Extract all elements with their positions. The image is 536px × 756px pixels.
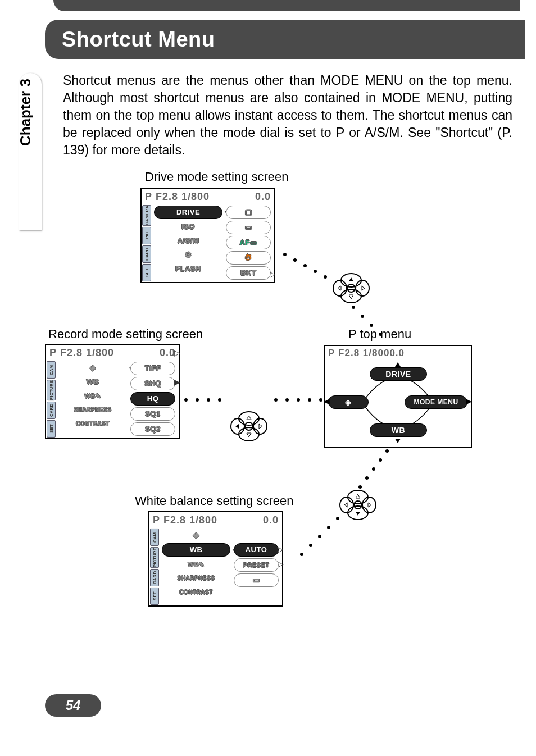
page-corner-tab — [53, 0, 520, 11]
top-drive-button[interactable]: DRIVE — [370, 367, 427, 381]
svg-marker-19 — [395, 439, 401, 443]
menu-sharpness[interactable]: SHARPNESS — [162, 572, 230, 585]
menu-metering-icon[interactable]: ⚙ — [154, 249, 222, 261]
tab-set[interactable]: SET — [142, 264, 151, 281]
menu-wb[interactable]: WB — [58, 376, 127, 388]
tab-card[interactable]: CARD — [47, 402, 56, 419]
menu-quality-icon[interactable]: ◈ — [162, 529, 230, 541]
svg-point-4 — [347, 284, 355, 292]
caption-ptop: P top menu — [348, 327, 411, 341]
svg-point-1 — [341, 289, 361, 303]
svg-marker-15 — [247, 433, 251, 437]
page-number: 54 — [45, 694, 101, 717]
status-bar: P F2.8 1/800 0.0 — [46, 345, 179, 361]
status-mode: P — [49, 347, 57, 359]
status-shutter: 1/800 — [86, 347, 114, 359]
status-aperture: F2.8 — [338, 348, 360, 359]
svg-point-20 — [348, 490, 368, 504]
val-tiff[interactable]: TIFF — [130, 362, 175, 375]
top-wb-button[interactable]: WB — [370, 423, 427, 437]
menu-quality-icon[interactable]: ◈ — [58, 362, 127, 374]
connector-dpad-wb — [293, 517, 344, 562]
svg-marker-8 — [361, 286, 365, 290]
svg-point-10 — [239, 427, 259, 441]
svg-marker-14 — [247, 416, 251, 420]
val-single-icon[interactable]: ▢ — [226, 206, 271, 219]
top-modemenu-button[interactable]: MODE MENU — [405, 395, 467, 409]
status-mode: P — [145, 191, 152, 203]
val-shq[interactable]: SHQ — [130, 377, 175, 390]
tab-card[interactable]: CARD — [142, 245, 151, 263]
svg-marker-17 — [259, 424, 262, 429]
menu-sharpness[interactable]: SHARPNESS — [58, 404, 127, 416]
menu-contrast[interactable]: CONTRAST — [162, 586, 230, 599]
status-shutter: 1/800 — [189, 514, 217, 526]
tab-set[interactable]: SET — [47, 420, 56, 438]
status-exp: 0.0 — [255, 191, 271, 203]
svg-marker-7 — [338, 286, 341, 290]
svg-marker-27 — [344, 503, 348, 507]
svg-point-23 — [362, 497, 376, 513]
status-bar: P F2.8 1/800 0.0 — [325, 346, 471, 361]
tab-set[interactable]: SET — [150, 588, 159, 605]
menu-flash[interactable]: FLASH — [154, 263, 222, 275]
menu-wb[interactable]: WB — [162, 543, 230, 557]
svg-point-9 — [239, 412, 259, 425]
pointer-right-icon: ▷ — [278, 559, 284, 568]
caption-drive: Drive mode setting screen — [145, 170, 289, 184]
tab-picture[interactable]: PICTURE — [47, 380, 56, 400]
side-tabs[interactable]: CAM PICTURE CARD SET — [46, 361, 56, 438]
val-onetouch-icon[interactable]: ▭ — [234, 573, 279, 587]
val-hq[interactable]: HQ — [130, 392, 175, 406]
val-empty — [234, 589, 279, 601]
tab-camera[interactable]: CAMERA — [142, 205, 151, 226]
pointer-right-icon: ▶ — [466, 397, 472, 406]
status-exp: 0.0 — [263, 514, 279, 526]
drive-mode-screen: P F2.8 1/800 0.0 CAMERA PIC CARD SET DRI… — [140, 188, 275, 283]
chapter-label: Chapter 3 — [17, 79, 34, 146]
menu-asm[interactable]: A/S/M — [154, 235, 222, 247]
tab-picture[interactable]: PICTURE — [150, 547, 159, 568]
val-timer-icon[interactable]: ⏱ — [226, 251, 271, 265]
menu-iso[interactable]: ISO — [154, 221, 222, 233]
svg-point-13 — [245, 422, 253, 430]
val-empty — [234, 529, 279, 541]
svg-point-24 — [354, 501, 362, 509]
tab-card[interactable]: CARD — [150, 569, 159, 586]
pointer-right-icon: ▶ — [174, 377, 180, 386]
tab-cam[interactable]: CAM — [150, 529, 159, 546]
svg-marker-16 — [235, 424, 239, 429]
status-aperture: F2.8 — [163, 514, 186, 526]
val-auto[interactable]: AUTO — [234, 543, 279, 557]
svg-marker-26 — [356, 512, 360, 516]
status-exp: 0.0 — [160, 347, 175, 359]
dpad-icon — [229, 410, 269, 443]
status-bar: P F2.8 1/800 0.0 — [142, 189, 274, 204]
svg-marker-18 — [395, 362, 401, 367]
record-mode-screen: P F2.8 1/800 0.0 CAM PICTURE CARD SET ◈ … — [45, 344, 180, 439]
side-tabs[interactable]: CAM PICTURE CARD SET — [149, 528, 160, 605]
status-exp: 0.0 — [389, 348, 405, 359]
side-tabs[interactable]: CAMERA PIC CARD SET — [142, 204, 152, 282]
val-preset[interactable]: PRESET — [234, 558, 279, 572]
val-bkt[interactable]: BKT — [226, 266, 271, 280]
menu-wbcomp-icon[interactable]: WB✎ — [162, 558, 230, 571]
menu-contrast[interactable]: CONTRAST — [58, 418, 127, 430]
tab-pic[interactable]: PIC — [142, 227, 151, 244]
dpad-icon — [338, 489, 378, 521]
status-mode: P — [153, 514, 160, 526]
val-sq1[interactable]: SQ1 — [130, 407, 175, 421]
val-sq2[interactable]: SQ2 — [130, 422, 175, 436]
status-mode: P — [328, 348, 335, 359]
pointer-left-icon: ◀ — [324, 397, 330, 406]
val-sequential-icon[interactable]: ▭ — [226, 221, 271, 234]
menu-wbcomp-icon[interactable]: WB✎ — [58, 390, 127, 402]
status-bar: P F2.8 1/800 0.0 — [149, 512, 282, 528]
pointer-right-icon: ▷ — [278, 545, 284, 554]
wb-setting-screen: P F2.8 1/800 0.0 CAM PICTURE CARD SET ◈ … — [148, 511, 283, 607]
svg-marker-25 — [356, 494, 360, 498]
menu-drive[interactable]: DRIVE — [154, 206, 222, 219]
top-quality-button[interactable]: ◈ — [328, 395, 369, 409]
tab-cam[interactable]: CAM — [47, 361, 56, 379]
val-af-icon[interactable]: AF▭ — [226, 236, 271, 249]
